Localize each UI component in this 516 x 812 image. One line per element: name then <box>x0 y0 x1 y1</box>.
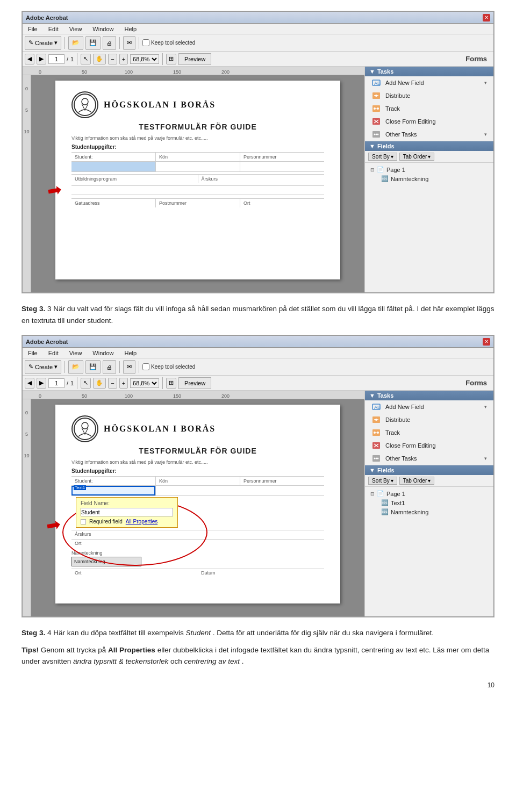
task-other-2[interactable]: Other Tasks ▾ <box>365 452 493 465</box>
popup-field-input-2[interactable] <box>81 508 173 516</box>
track-icon-1 <box>371 104 381 113</box>
required-checkbox-2[interactable] <box>81 519 86 524</box>
zoom-in-1[interactable]: + <box>119 54 128 64</box>
menubar-2: File Edit View Window Help <box>23 348 493 358</box>
menu-file-2[interactable]: File <box>26 349 40 357</box>
tree-child-text1-2[interactable]: 🔤 Text1 <box>379 498 490 507</box>
task-other-1[interactable]: Other Tasks ▾ <box>365 128 493 141</box>
title-bar-text-1: Adobe Acrobat <box>26 15 483 21</box>
doc-cell-pers: Personnummer <box>240 153 324 161</box>
preview-button-2[interactable]: Preview <box>178 377 211 389</box>
task-distribute-1[interactable]: Distribute <box>365 89 493 102</box>
toolbar-2: ✎ Create ▾ 📂 💾 🖨 ✉ Keep tool selected <box>23 358 493 376</box>
text2-body1: 4 Här kan du döpa textfältet till exempe… <box>47 629 185 637</box>
menu-edit-1[interactable]: Edit <box>46 25 61 33</box>
fit-page-2[interactable]: ⊞ <box>166 378 176 389</box>
task-track-1[interactable]: Track <box>365 102 493 115</box>
tree-page1-2[interactable]: ⊟ 📄 Page 1 <box>368 489 490 498</box>
close-button-2[interactable]: ✕ <box>483 338 490 346</box>
email-button-2[interactable]: ✉ <box>123 360 135 374</box>
nav-toolbar-2: ◀ ▶ / 1 ↖ ✋ − + 68,8% ⊞ Preview Forms <box>23 376 493 391</box>
zoom-in-2[interactable]: + <box>119 378 128 389</box>
doc-cell-student-2: Student: <box>71 477 156 485</box>
text2-highlight: Student <box>185 629 211 637</box>
forms-label-2: Forms <box>465 379 491 387</box>
svg-point-25 <box>374 458 376 459</box>
menu-file-1[interactable]: File <box>26 25 40 33</box>
nav-next-2[interactable]: ▶ <box>37 378 46 389</box>
tasks-header-2: ▼ Tasks <box>365 391 493 400</box>
keep-tool-checkbox-2[interactable] <box>142 363 149 370</box>
menu-window-2[interactable]: Window <box>90 349 116 357</box>
create-button-1[interactable]: ✎ Create ▾ <box>25 36 61 50</box>
task-add-field-2[interactable]: AB Add New Field ▾ <box>365 400 493 413</box>
doc-header-2: HÖGSKOLAN I BORÅS <box>71 415 324 442</box>
tab-order-btn-1[interactable]: Tab Order ▾ <box>399 153 434 161</box>
preview-button-1[interactable]: Preview <box>178 53 211 65</box>
tree-page1-1[interactable]: ⊟ 📄 Page 1 <box>368 165 490 174</box>
ort-cell-2: Ort <box>71 569 198 577</box>
fields-triangle-2: ▼ <box>369 467 375 473</box>
zoom-out-1[interactable]: − <box>108 54 117 64</box>
close-button-1[interactable]: ✕ <box>483 14 490 21</box>
page-footer: 10 <box>22 676 494 689</box>
tab-order-btn-2[interactable]: Tab Order ▾ <box>399 477 434 485</box>
save-button-2[interactable]: 💾 <box>85 360 101 374</box>
create-button-2[interactable]: ✎ Create ▾ <box>25 360 61 374</box>
toolbar-1: ✎ Create ▾ 📂 💾 🖨 ✉ Keep tool selected <box>23 34 493 52</box>
task-track-2[interactable]: Track <box>365 426 493 439</box>
zoom-out-2[interactable]: − <box>108 378 117 389</box>
menu-view-2[interactable]: View <box>67 349 84 357</box>
page-icon-2: 📄 <box>377 490 384 497</box>
zoom-select-2[interactable]: 68,8% <box>130 378 159 388</box>
menu-help-2[interactable]: Help <box>122 349 139 357</box>
tree-child-namnteckning-2[interactable]: 🔤 Namnteckning <box>379 507 490 516</box>
text2-body1-end: . Detta för att underlätta för dig själv… <box>213 629 434 637</box>
ort-datum-row-2: Ort Datum <box>71 569 324 577</box>
fit-page-1[interactable]: ⊞ <box>166 54 176 64</box>
sort-by-btn-1[interactable]: Sort By ▾ <box>368 153 397 161</box>
select-tool-2[interactable]: ↖ <box>81 378 91 389</box>
print-button-1[interactable]: 🖨 <box>103 36 116 50</box>
ruler-mark2-200: 200 <box>221 393 230 399</box>
task-close-form-1[interactable]: Close Form Editing <box>365 115 493 128</box>
menu-window-1[interactable]: Window <box>90 25 116 33</box>
open-button-1[interactable]: 📂 <box>68 36 83 50</box>
keep-tool-checkbox-1[interactable] <box>142 39 149 46</box>
zoom-select-1[interactable]: 68,8% <box>130 54 159 64</box>
task-close-form-label-2: Close Form Editing <box>385 442 436 449</box>
all-props-link-2[interactable]: All Properties <box>126 519 157 524</box>
hand-tool-2[interactable]: ✋ <box>93 378 106 389</box>
page-input-2[interactable] <box>48 378 64 388</box>
tree-namnteckning-label-2: Namnteckning <box>391 509 428 515</box>
email-button-1[interactable]: ✉ <box>123 36 135 50</box>
page-input-1[interactable] <box>48 54 64 64</box>
ruler-v-5: 5 <box>25 107 28 113</box>
hand-tool-1[interactable]: ✋ <box>93 54 106 64</box>
fields-title-2: Fields <box>377 467 395 473</box>
print-button-2[interactable]: 🖨 <box>103 360 116 374</box>
doc-cell-student: Student: <box>71 153 156 161</box>
task-other-label-2: Other Tasks <box>385 455 417 462</box>
nav-prev-2[interactable]: ◀ <box>25 378 34 389</box>
field-icon-namnteckning2: 🔤 <box>381 508 389 515</box>
ruler-v-1: 0 5 10 <box>23 75 31 292</box>
select-tool-1[interactable]: ↖ <box>81 54 91 64</box>
task-distribute-2[interactable]: Distribute <box>365 413 493 426</box>
task-close-form-2[interactable]: Close Form Editing <box>365 439 493 452</box>
svg-point-13 <box>377 134 379 135</box>
menu-help-1[interactable]: Help <box>122 25 139 33</box>
task-add-field-label-1: Add New Field <box>385 80 424 86</box>
required-label-2: Required field <box>89 519 123 524</box>
menu-edit-2[interactable]: Edit <box>46 349 61 357</box>
tree-child-namnteckning-1[interactable]: 🔤 Namnteckning <box>379 174 490 183</box>
task-track-label-2: Track <box>385 429 400 436</box>
menu-view-1[interactable]: View <box>67 25 84 33</box>
open-button-2[interactable]: 📂 <box>68 360 83 374</box>
sort-by-btn-2[interactable]: Sort By ▾ <box>368 477 397 485</box>
nav-prev-1[interactable]: ◀ <box>25 54 34 64</box>
svg-point-26 <box>376 458 377 459</box>
nav-next-1[interactable]: ▶ <box>37 54 46 64</box>
save-button-1[interactable]: 💾 <box>85 36 101 50</box>
task-add-field-1[interactable]: AB Add New Field ▾ <box>365 76 493 89</box>
